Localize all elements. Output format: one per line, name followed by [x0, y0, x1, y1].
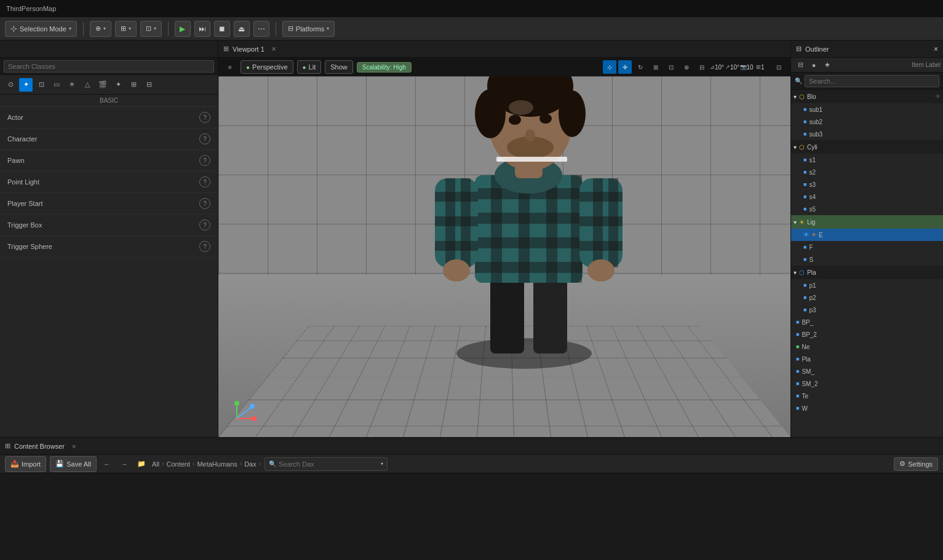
outliner-sort-btn[interactable]: ● — [807, 58, 821, 72]
list-item-point-light[interactable]: Point Light ? — [0, 172, 218, 193]
player-start-info-btn[interactable]: ? — [199, 198, 210, 209]
outliner-item-s[interactable]: ■ S — [791, 253, 943, 266]
perspective-button[interactable]: ● Perspective — [241, 60, 293, 74]
rotate-tool-btn[interactable]: ↻ — [634, 60, 647, 74]
character-info-btn[interactable]: ? — [199, 133, 210, 144]
settings-button[interactable]: ⚙ Settings — [894, 457, 938, 471]
outliner-item-c3[interactable]: ■ s3 — [791, 178, 943, 191]
pawn-info-btn[interactable]: ? — [199, 155, 210, 166]
grid-snap-button[interactable]: ⊞ ▾ — [115, 21, 137, 37]
step-button[interactable]: ⏭ — [194, 21, 210, 37]
content-browser-tab-close[interactable]: × — [72, 443, 76, 450]
selection-mode-button[interactable]: ⊹ Selection Mode ▾ — [5, 21, 77, 37]
list-item-trigger-sphere[interactable]: Trigger Sphere ? — [0, 236, 218, 258]
viewport-options-btn[interactable]: ⊡ — [772, 60, 786, 74]
forward-button[interactable]: → — [117, 457, 131, 471]
outliner-item-w[interactable]: ■ W — [791, 402, 943, 414]
list-item-trigger-box[interactable]: Trigger Box ? — [0, 215, 218, 236]
list-item-pawn[interactable]: Pawn ? — [0, 150, 218, 172]
geometry-icon-btn[interactable]: ▭ — [50, 78, 63, 92]
content-search-input[interactable] — [279, 460, 378, 468]
outliner-item-sm1[interactable]: ■ SM_ — [791, 365, 943, 377]
lit-button[interactable]: ● Lit — [297, 60, 322, 74]
world-view-btn[interactable]: ⊕ — [680, 60, 693, 74]
trigger-sphere-info-btn[interactable]: ? — [199, 241, 210, 252]
save-all-label: Save All — [66, 460, 91, 468]
outliner-group-lig[interactable]: ▾ ☀ Lig — [791, 215, 943, 229]
outliner-item-pla2[interactable]: ■ Pla — [791, 353, 943, 365]
outliner-item-p1[interactable]: ■ p1 — [791, 279, 943, 291]
actor-info-btn[interactable]: ? — [199, 112, 210, 123]
grid-view-btn[interactable]: ⊟ — [695, 60, 709, 74]
outliner-item-c2[interactable]: ■ s2 — [791, 166, 943, 178]
maximize-tool-btn[interactable]: ⊡ — [664, 60, 678, 74]
outliner-item-bp1[interactable]: ■ BP_ — [791, 316, 943, 328]
outliner-item-f[interactable]: ■ F — [791, 241, 943, 253]
outliner-item-sm2[interactable]: ■ SM_2 — [791, 377, 943, 390]
outliner-item-p3[interactable]: ■ p3 — [791, 304, 943, 316]
chevron-pla: ▾ — [794, 269, 797, 276]
scale-tool-btn[interactable]: ⊞ — [649, 60, 662, 74]
list-item-player-start[interactable]: Player Start ? — [0, 193, 218, 215]
recent-icon-btn[interactable]: ⊙ — [4, 78, 17, 92]
all-classes-2-icon-btn[interactable]: ⊟ — [142, 78, 156, 92]
common-icon-btn[interactable]: ⊡ — [34, 78, 48, 92]
camera-speed-btn[interactable]: 📷 10 — [741, 60, 755, 74]
outliner-close-btn[interactable]: × — [934, 45, 938, 53]
platforms-button[interactable]: ⊟ Platforms ▾ — [282, 21, 335, 37]
visual-effects-icon-btn[interactable]: ✦ — [111, 78, 125, 92]
save-all-button[interactable]: 💾 Save All — [50, 456, 97, 472]
add-actor-button[interactable]: ⊕ ▾ — [90, 21, 111, 37]
outliner-item-s1[interactable]: ■ sub1 — [791, 103, 943, 116]
left-panel-close[interactable] — [5, 48, 15, 50]
more-options-button[interactable]: ⋯ — [253, 21, 269, 37]
point-light-info-btn[interactable]: ? — [199, 176, 210, 187]
breadcrumb-all[interactable]: All — [152, 460, 159, 468]
cinematic-icon-btn[interactable]: 🎬 — [96, 78, 109, 92]
camera-button[interactable]: ⊡ ▾ — [140, 21, 162, 37]
angle-1-btn[interactable]: ⊿ 10° — [710, 60, 724, 74]
show-button[interactable]: Show — [325, 60, 353, 74]
outliner-item-ne[interactable]: ■ Ne — [791, 341, 943, 353]
select-tool-btn[interactable]: ⊹ — [603, 60, 616, 74]
stop-button[interactable]: ⏹ — [214, 21, 230, 37]
list-item-character[interactable]: Character ? — [0, 128, 218, 150]
lights-icon-btn[interactable]: ☀ — [65, 78, 79, 92]
move-tool-btn[interactable]: ✛ — [618, 60, 632, 74]
overlay-btn[interactable]: ⊞ 1 — [757, 60, 770, 74]
outliner-group-pla[interactable]: ▾ ⬡ Pla — [791, 266, 943, 279]
outliner-group-cyl[interactable]: ▾ ⬡ Cyli — [791, 140, 943, 154]
import-button[interactable]: 📥 Import — [5, 456, 46, 472]
viewport-menu-icon[interactable]: ≡ — [223, 60, 237, 74]
outliner-item-c5[interactable]: ■ s5 — [791, 203, 943, 215]
outliner-item-c1[interactable]: ■ s1 — [791, 154, 943, 166]
eject-button[interactable]: ⏏ — [234, 21, 250, 37]
outliner-item-p2[interactable]: ■ p2 — [791, 291, 943, 304]
search-classes-input[interactable] — [4, 60, 214, 73]
shapes-icon-btn[interactable]: △ — [81, 78, 94, 92]
scalability-badge[interactable]: Scalability: High — [357, 62, 412, 73]
outliner-item-e[interactable]: 👁 ☀ E — [791, 229, 943, 241]
all-classes-icon-btn[interactable]: ✦ — [19, 78, 33, 92]
play-button[interactable]: ▶ — [175, 21, 191, 37]
outliner-search-input[interactable] — [805, 75, 939, 87]
outliner-item-s3[interactable]: ■ sub3 — [791, 128, 943, 140]
outliner-item-te[interactable]: ■ Te — [791, 390, 943, 402]
trigger-box-info-btn[interactable]: ? — [199, 219, 210, 231]
back-button[interactable]: ← — [100, 457, 114, 471]
outliner-filter-btn[interactable]: ⊟ — [794, 58, 807, 72]
outliner-item-s2[interactable]: ■ sub2 — [791, 116, 943, 128]
folder-button[interactable]: 📁 — [135, 457, 148, 471]
outliner-item-bp2[interactable]: ■ BP_2 — [791, 328, 943, 341]
breadcrumb-content[interactable]: Content — [167, 460, 191, 468]
angle-2-btn[interactable]: ↗ 10° — [726, 60, 739, 74]
outliner-item-c4[interactable]: ■ s4 — [791, 191, 943, 203]
viewport-tab-close[interactable]: × — [272, 45, 276, 53]
outliner-pin-btn[interactable]: ★ — [821, 58, 834, 72]
item-label-s2: sub2 — [809, 119, 822, 125]
outliner-group-blo[interactable]: ▾ ⬡ Blo 👁 — [791, 90, 943, 103]
list-item-actor[interactable]: Actor ? — [0, 107, 218, 128]
breadcrumb-dax[interactable]: Dax — [244, 460, 257, 468]
breadcrumb-metahumans[interactable]: MetaHumans — [197, 460, 237, 468]
volumes-icon-btn[interactable]: ⊞ — [127, 78, 140, 92]
